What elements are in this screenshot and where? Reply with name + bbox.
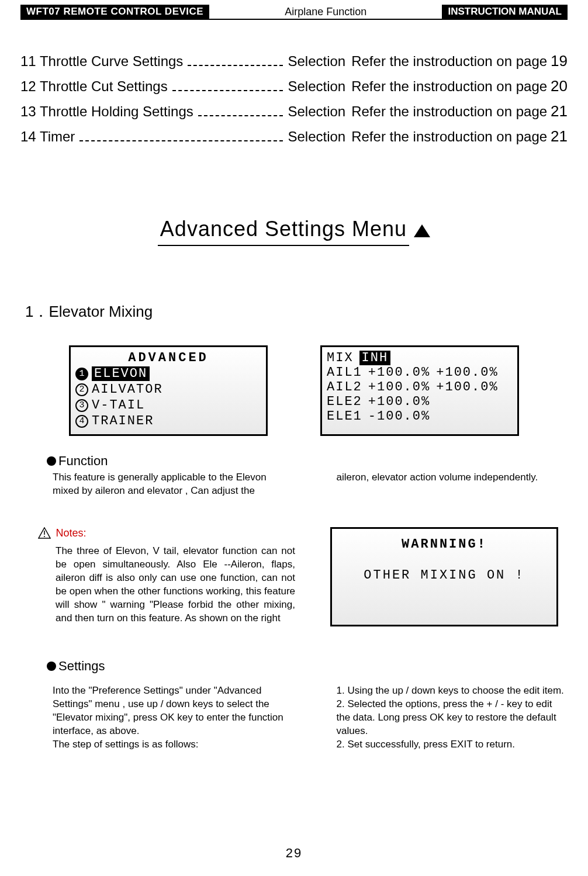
lcd-mix-row: ELE1 -100.0% [327,409,513,424]
warning-body: OTHER MIXING ON ! [337,568,552,583]
menu-item-label: ELEVON [92,366,150,381]
menu-number-icon: 4 [75,415,88,428]
function-text: This feature is generally applicable to … [53,471,568,498]
lcd-mix-screen: MIX INH AIL1 +100.0% +100.0% AIL2 +100.0… [320,345,519,436]
mix-value: +100.0% [368,365,430,380]
settings-heading: Settings [47,659,568,674]
toc-block: 11 Throttle Curve Settings Selection Ref… [20,52,568,146]
header-center: Airplane Function [209,5,442,19]
toc-page: 21 [551,102,568,120]
advanced-settings-heading: Advanced Settings Menu [158,217,409,246]
toc-refer: Refer the instroduction on page [351,103,547,120]
toc-page: 19 [551,52,568,70]
bullet-icon [47,456,56,466]
toc-refer: Refer the instroduction on page [351,53,547,70]
toc-title: 13 Throttle Holding Settings [20,103,193,120]
lcd-mix-row: AIL2 +100.0% +100.0% [327,380,513,394]
notes-label: Notes: [56,527,86,539]
mix-value: +100.0% [368,394,430,409]
lcd-mix-row: MIX INH [327,351,513,365]
toc-selection: Selection [288,53,345,70]
toc-row: 12 Throttle Cut Settings Selection Refer… [20,77,568,95]
triangle-up-icon [414,224,430,237]
toc-title: 12 Throttle Cut Settings [20,78,168,95]
function-heading: Function [47,453,568,469]
mix-label: ELE1 [327,409,362,424]
function-label-text: Function [58,453,108,468]
toc-page: 20 [551,77,568,95]
page-header: WFT07 REMOTE CONTROL DEVICE Airplane Fun… [20,5,568,20]
settings-label-text: Settings [58,659,105,673]
toc-row: 11 Throttle Curve Settings Selection Ref… [20,52,568,70]
function-text-right: aileron, elevator action volume independ… [337,471,568,498]
function-text-left: This feature is generally applicable to … [53,471,284,498]
toc-selection: Selection [288,129,345,145]
mix-value: -100.0% [368,409,430,424]
warning-title: WARNNING! [337,537,552,552]
mix-value: +100.0% [436,380,498,394]
toc-row: 14 Timer Selection Refer the instroducti… [20,127,568,146]
toc-dots [198,115,283,116]
toc-title: 14 Timer [20,129,75,145]
menu-item-label: V-TAIL [92,398,145,413]
menu-number-icon: 1 [75,368,88,380]
toc-selection: Selection [288,78,345,95]
toc-dots [79,140,283,141]
notes-text: The three of Elevon, V tail, elevator fu… [56,545,295,625]
notes-section: Notes: The three of Elevon, V tail, elev… [38,527,568,626]
header-right: INSTRUCTION MANUAL [442,5,568,19]
toc-dots [188,65,283,66]
lcd-menu-item: 2 AILVATOR [75,382,261,397]
lcd-menu-item: 4 TRAINER [75,414,261,428]
menu-item-label: AILVATOR [92,382,163,397]
lcd-menu-title: ADVANCED [75,351,261,365]
warning-triangle-icon [38,527,51,541]
menu-number-icon: 2 [75,383,88,396]
lcd-mix-row: ELE2 +100.0% [327,394,513,409]
toc-row: 13 Throttle Holding Settings Selection R… [20,102,568,120]
lcd-warning-screen: WARNNING! OTHER MIXING ON ! [330,527,558,626]
menu-item-label: TRAINER [92,414,154,428]
bullet-icon [47,662,56,671]
toc-refer: Refer the instroduction on page [351,78,547,95]
mix-value: +100.0% [436,365,498,380]
mix-label: AIL2 [327,380,362,394]
svg-point-2 [44,536,45,537]
toc-selection: Selection [288,103,345,120]
lcd-menu-item: 3 V-TAIL [75,398,261,413]
mix-label: AIL1 [327,365,362,380]
toc-dots [172,90,283,91]
toc-page: 21 [551,127,568,146]
toc-refer: Refer the instroduction on page [351,129,547,145]
mix-value: +100.0% [368,380,430,394]
settings-text-left: Into the "Preference Settings" under "Ad… [53,684,284,752]
settings-text-right: 1. Using the up / down keys to choose th… [337,684,568,752]
elevator-mixing-heading: 1．Elevator Mixing [25,302,568,322]
toc-title: 11 Throttle Curve Settings [20,53,183,70]
settings-text: Into the "Preference Settings" under "Ad… [53,684,568,752]
menu-number-icon: 3 [75,399,88,412]
header-left: WFT07 REMOTE CONTROL DEVICE [20,5,209,19]
lcd-menu-item: 1 ELEVON [75,366,261,381]
lcd-mix-row: AIL1 +100.0% +100.0% [327,365,513,380]
lcd-menu-screen: ADVANCED 1 ELEVON 2 AILVATOR 3 V-TAIL 4 … [69,345,268,436]
page-number: 29 [0,846,588,861]
mix-value: INH [359,351,391,365]
mix-label: MIX [327,351,354,365]
lcd-screens-row: ADVANCED 1 ELEVON 2 AILVATOR 3 V-TAIL 4 … [20,345,568,436]
mix-label: ELE2 [327,394,362,409]
